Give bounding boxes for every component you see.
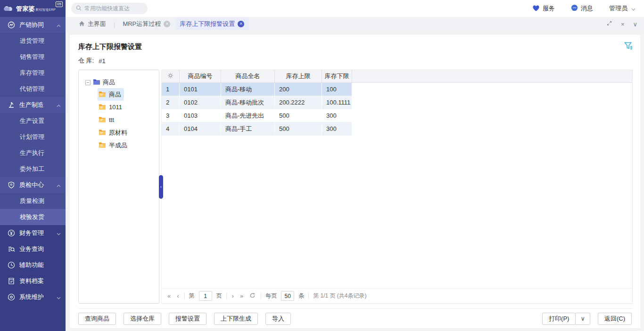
sidebar-item-verify-shipment[interactable]: 校验发货 — [0, 209, 66, 225]
tab-mrp-process[interactable]: MRP运算过程 × — [118, 18, 175, 30]
query-goods-button[interactable]: 查询商品 — [78, 313, 116, 325]
tab-label: MRP运算过程 — [123, 20, 161, 28]
archive-icon — [8, 277, 15, 285]
search-input[interactable] — [84, 5, 141, 12]
column-header-code[interactable]: 商品编号 — [180, 70, 221, 82]
tree-collapse-icon[interactable]: − — [85, 80, 91, 85]
quick-search[interactable] — [71, 3, 148, 14]
prev-page-button[interactable]: ‹ — [176, 292, 180, 299]
cell-code[interactable]: 0103 — [180, 109, 221, 122]
tab-separator: | — [114, 21, 115, 28]
close-tab-icon[interactable]: × — [621, 21, 625, 28]
tree-root-node[interactable]: − 商品 — [85, 77, 155, 88]
import-button[interactable]: 导入 — [265, 313, 291, 325]
sidebar-item-production-setup[interactable]: 生产设置 — [0, 113, 66, 129]
per-page-input[interactable] — [281, 291, 294, 301]
per-page-label: 每页 — [265, 292, 277, 300]
user-menu[interactable]: 管理员 — [609, 4, 636, 13]
sidebar-group-label: 生产制造 — [19, 101, 44, 109]
folder-icon — [99, 116, 106, 124]
table-row[interactable]: 1 0101 商品-移动 200 100 — [162, 83, 352, 96]
table-row[interactable]: 3 0103 商品-先进先出 500 300 — [162, 109, 352, 122]
sidebar-group-manufacturing[interactable]: 生产制造 — [0, 97, 66, 113]
sidebar-group-label: 质检中心 — [19, 181, 44, 189]
cell-max[interactable]: 200.2222 — [275, 96, 322, 109]
row-number: 2 — [162, 96, 180, 109]
sidebar-group-label: 资料档案 — [19, 277, 44, 285]
cell-max[interactable]: 200 — [275, 83, 322, 96]
select-warehouse-button[interactable]: 选择仓库 — [124, 313, 161, 325]
sidebar-item-consignment-mgmt[interactable]: 代销管理 — [0, 81, 66, 97]
sidebar-item-quality-inspection[interactable]: 质量检测 — [0, 193, 66, 209]
first-page-button[interactable]: « — [166, 292, 172, 299]
close-icon[interactable]: × — [238, 21, 244, 27]
cell-min[interactable]: 300 — [322, 122, 352, 135]
cell-max[interactable]: 500 — [275, 122, 322, 135]
cell-code[interactable]: 0101 — [180, 83, 221, 96]
sidebar-item-production-exec[interactable]: 生产执行 — [0, 145, 66, 161]
maximize-icon[interactable] — [606, 20, 612, 28]
generate-limits-button[interactable]: 上下限生成 — [214, 313, 258, 325]
cell-name[interactable]: 商品-先进先出 — [221, 109, 275, 122]
tree-node-semi-finished[interactable]: 半成品 — [98, 139, 130, 152]
messages-label: 消息 — [581, 4, 593, 13]
page-number-input[interactable] — [199, 291, 212, 301]
home-icon — [79, 21, 85, 28]
alarm-settings-button[interactable]: 报警设置 — [169, 313, 206, 325]
app-logo[interactable]: 管家婆辉煌智造ERP 05 — [0, 0, 66, 17]
column-header-min[interactable]: 库存下限 — [322, 70, 352, 82]
version-badge: 05 — [56, 1, 63, 7]
tree-node-raw-materials[interactable]: 原材料 — [98, 126, 130, 139]
back-button[interactable]: 返回(C) — [598, 313, 632, 325]
sidebar-group-data-archive[interactable]: 资料档案 — [0, 273, 66, 289]
service-menu[interactable]: 服务 — [532, 4, 555, 13]
sidebar-item-outsourcing[interactable]: 委外加工 — [0, 161, 66, 177]
tree-node-label: 商品 — [103, 78, 115, 87]
cell-min[interactable]: 100 — [322, 83, 352, 96]
column-header-max[interactable]: 库存上限 — [275, 70, 322, 82]
column-settings-button[interactable] — [162, 70, 180, 82]
refresh-icon[interactable] — [248, 292, 256, 300]
sidebar-item-sales-mgmt[interactable]: 销售管理 — [0, 49, 66, 65]
sidebar-group-production-sales[interactable]: 产销协同 — [0, 17, 66, 33]
sidebar-item-inventory-mgmt[interactable]: 库存管理 — [0, 65, 66, 81]
sidebar-group-label: 业务查询 — [19, 245, 44, 253]
cell-min[interactable]: 300 — [322, 109, 352, 122]
tree-node-goods[interactable]: 商品 — [98, 88, 124, 101]
sidebar-group-system-maintenance[interactable]: 系统维护 — [0, 289, 66, 305]
cell-max[interactable]: 500 — [275, 109, 322, 122]
message-bubble-icon — [571, 4, 578, 13]
sidebar-item-plan-mgmt[interactable]: 计划管理 — [0, 129, 66, 145]
panel-collapse-handle[interactable]: ‹ — [159, 175, 163, 199]
tab-stock-limit-settings[interactable]: 库存上下限报警设置 × — [175, 18, 249, 30]
cell-min[interactable]: 100.1111 — [322, 96, 352, 109]
tab-bar: 主界面 | MRP运算过程 × 库存上下限报警设置 × × ∨ — [66, 17, 644, 31]
table-empty-space — [162, 136, 632, 288]
close-icon[interactable]: × — [164, 21, 170, 27]
sidebar-group-business-query[interactable]: 业务查询 — [0, 241, 66, 257]
table-row[interactable]: 4 0104 商品-手工 500 300 — [162, 122, 352, 136]
messages-menu[interactable]: 消息 — [571, 4, 593, 13]
tree-node-1011[interactable]: 1011 — [98, 101, 125, 113]
sidebar-group-label: 产销协同 — [19, 21, 44, 29]
sidebar-group-finance[interactable]: 财务管理 — [0, 225, 66, 241]
cell-name[interactable]: 商品-移动 — [221, 83, 275, 96]
collapse-tabs-icon[interactable]: ∨ — [633, 21, 637, 28]
table-row[interactable]: 2 0102 商品-移动批次 200.2222 100.1111 — [162, 96, 352, 109]
chevron-down-icon — [57, 294, 61, 301]
cell-code[interactable]: 0104 — [180, 122, 221, 135]
tree-node-ttt[interactable]: ttt — [98, 113, 117, 126]
cell-code[interactable]: 0102 — [180, 96, 221, 109]
tab-home[interactable]: 主界面 — [74, 18, 111, 30]
filter-icon[interactable] — [624, 42, 633, 51]
column-header-name[interactable]: 商品全名 — [221, 70, 275, 82]
last-page-button[interactable]: » — [239, 292, 244, 299]
sidebar-group-quality-center[interactable]: 质检中心 — [0, 177, 66, 193]
print-button[interactable]: 打印(P) — [542, 313, 576, 325]
cell-name[interactable]: 商品-移动批次 — [221, 96, 275, 109]
cell-name[interactable]: 商品-手工 — [221, 122, 275, 135]
sidebar-item-purchase-mgmt[interactable]: 进货管理 — [0, 33, 66, 49]
next-page-button[interactable]: › — [231, 292, 235, 299]
print-options-button[interactable]: ∨ — [575, 313, 590, 325]
sidebar-group-aux-functions[interactable]: 辅助功能 — [0, 257, 66, 273]
